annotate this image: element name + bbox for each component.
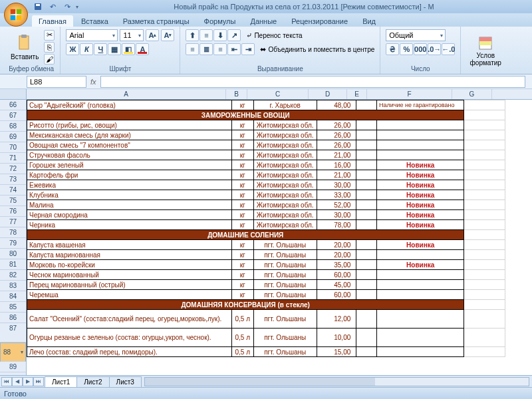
cell[interactable] bbox=[356, 130, 377, 140]
cell[interactable]: Клубника bbox=[27, 190, 232, 200]
inc-decimal-button[interactable]: .0→ bbox=[428, 43, 441, 55]
conditional-format-button[interactable]: Услов форматир bbox=[466, 35, 505, 68]
cell[interactable]: 21,00 bbox=[317, 150, 356, 160]
row-header[interactable]: 72 bbox=[0, 164, 26, 174]
cell[interactable]: 60,00 bbox=[317, 270, 356, 280]
cell[interactable]: 20,00 bbox=[317, 250, 356, 260]
cell[interactable] bbox=[464, 180, 505, 190]
cell[interactable]: Салат "Осенний" (состав:сладкий перец, о… bbox=[27, 310, 232, 329]
cell[interactable]: кг bbox=[231, 160, 253, 170]
cell[interactable] bbox=[377, 130, 464, 140]
cell[interactable] bbox=[464, 230, 505, 240]
cell[interactable] bbox=[356, 310, 377, 329]
col-header-B[interactable]: B bbox=[226, 89, 247, 99]
sheet-nav-first[interactable]: ⏮ bbox=[1, 377, 12, 386]
cell[interactable] bbox=[356, 150, 377, 160]
cell[interactable]: Новинка bbox=[377, 180, 464, 190]
cell[interactable]: Ежевика bbox=[27, 180, 232, 190]
cell[interactable] bbox=[377, 310, 464, 329]
redo-button[interactable]: ↷ bbox=[61, 1, 73, 12]
cell[interactable] bbox=[356, 210, 377, 220]
border-button[interactable]: ▦ bbox=[108, 43, 121, 55]
cell[interactable] bbox=[356, 180, 377, 190]
dec-decimal-button[interactable]: ←.0 bbox=[442, 43, 455, 55]
align-left-button[interactable]: ≡ bbox=[186, 43, 199, 55]
cell[interactable]: Капуста маринованная bbox=[27, 250, 232, 260]
col-header-E[interactable]: E bbox=[347, 89, 367, 99]
scroll-thumb[interactable] bbox=[145, 378, 375, 386]
ribbon-tab-2[interactable]: Разметка страницы bbox=[116, 15, 196, 27]
cell[interactable]: Морковь по-корейски bbox=[27, 260, 232, 270]
cell[interactable]: г. Харьков bbox=[253, 100, 317, 110]
cell[interactable] bbox=[377, 280, 464, 290]
cell[interactable]: Перец маринованный (острый) bbox=[27, 280, 232, 290]
cell[interactable] bbox=[356, 190, 377, 200]
cell[interactable] bbox=[356, 329, 377, 347]
cell[interactable]: Житомирская обл. bbox=[253, 130, 317, 140]
row-header[interactable]: 84 bbox=[0, 291, 26, 302]
font-size-select[interactable]: 11 bbox=[120, 29, 144, 41]
cell[interactable] bbox=[464, 310, 505, 329]
section-header[interactable]: ЗАМОРОЖЕННЫЕ ОВОЩИ bbox=[27, 110, 464, 120]
row-header[interactable]: 71 bbox=[0, 153, 26, 164]
cell[interactable]: Горошек зеленый bbox=[27, 160, 232, 170]
cell[interactable] bbox=[464, 329, 505, 347]
cell[interactable] bbox=[464, 100, 505, 110]
cell[interactable] bbox=[464, 120, 505, 130]
row-header[interactable]: 81 bbox=[0, 259, 26, 270]
cell[interactable]: пгт. Ольшаны bbox=[253, 260, 317, 270]
cell[interactable]: Сыр "Адыгейский" (головка) bbox=[27, 100, 232, 110]
cell[interactable] bbox=[464, 347, 505, 357]
name-box[interactable]: L88 bbox=[27, 76, 86, 88]
align-top-button[interactable]: ⬆ bbox=[186, 29, 199, 41]
cell[interactable] bbox=[377, 250, 464, 260]
col-header-F[interactable]: F bbox=[367, 89, 452, 99]
cell[interactable]: кг bbox=[231, 290, 253, 300]
cell[interactable] bbox=[464, 250, 505, 260]
cell[interactable]: кг bbox=[231, 120, 253, 130]
cell[interactable]: кг bbox=[231, 180, 253, 190]
cell[interactable] bbox=[377, 140, 464, 150]
cell[interactable]: 33,00 bbox=[317, 190, 356, 200]
font-family-select[interactable]: Arial bbox=[66, 29, 118, 41]
section-header[interactable]: ДОМАШНЯЯ КОНСЕРВАЦИЯ (в стекле) bbox=[27, 300, 464, 310]
cell[interactable] bbox=[377, 150, 464, 160]
cell[interactable]: Малина bbox=[27, 200, 232, 210]
ribbon-tab-1[interactable]: Вставка bbox=[74, 15, 115, 27]
cell[interactable]: 60,00 bbox=[317, 290, 356, 300]
cell[interactable]: Новинка bbox=[377, 170, 464, 180]
copy-button[interactable]: ⎘ bbox=[44, 42, 55, 53]
cell[interactable]: 0,5 л bbox=[231, 347, 253, 357]
cell[interactable] bbox=[356, 250, 377, 260]
cell[interactable]: пгт. Ольшаны bbox=[253, 290, 317, 300]
cell[interactable] bbox=[356, 260, 377, 270]
row-header[interactable]: 82 bbox=[0, 270, 26, 281]
row-header[interactable]: 88 bbox=[0, 342, 26, 362]
row-header[interactable]: 89 bbox=[0, 362, 26, 372]
cell[interactable]: кг bbox=[231, 140, 253, 150]
cell[interactable]: пгт. Ольшаны bbox=[253, 250, 317, 260]
cell[interactable] bbox=[464, 160, 505, 170]
align-bottom-button[interactable]: ⬇ bbox=[213, 29, 227, 41]
row-header[interactable]: 70 bbox=[0, 142, 26, 153]
sheet-tab[interactable]: Лист3 bbox=[109, 376, 142, 387]
cell[interactable]: кг bbox=[231, 200, 253, 210]
ribbon-tab-5[interactable]: Рецензирование bbox=[285, 15, 354, 27]
cell[interactable]: Житомирская обл. bbox=[253, 120, 317, 130]
sheet-tab[interactable]: Лист1 bbox=[45, 376, 77, 387]
cell[interactable]: Житомирская обл. bbox=[253, 200, 317, 210]
row-header[interactable]: 78 bbox=[0, 227, 26, 238]
section-header[interactable]: ДОМАШНИЕ СОЛЕНИЯ bbox=[27, 230, 464, 240]
undo-button[interactable]: ↶ bbox=[47, 1, 59, 12]
cell[interactable] bbox=[356, 347, 377, 357]
row-header[interactable]: 67 bbox=[0, 110, 26, 121]
sheet-tab[interactable]: Лист2 bbox=[76, 376, 109, 387]
cell[interactable]: Черника bbox=[27, 220, 232, 230]
fill-color-button[interactable]: ◧ bbox=[122, 43, 135, 55]
cell[interactable]: кг bbox=[231, 270, 253, 280]
row-header[interactable]: 80 bbox=[0, 249, 26, 259]
cell[interactable]: Новинка bbox=[377, 210, 464, 220]
cell[interactable]: 48,00 bbox=[317, 100, 356, 110]
cell[interactable]: 20,00 bbox=[317, 240, 356, 250]
cell[interactable] bbox=[377, 290, 464, 300]
